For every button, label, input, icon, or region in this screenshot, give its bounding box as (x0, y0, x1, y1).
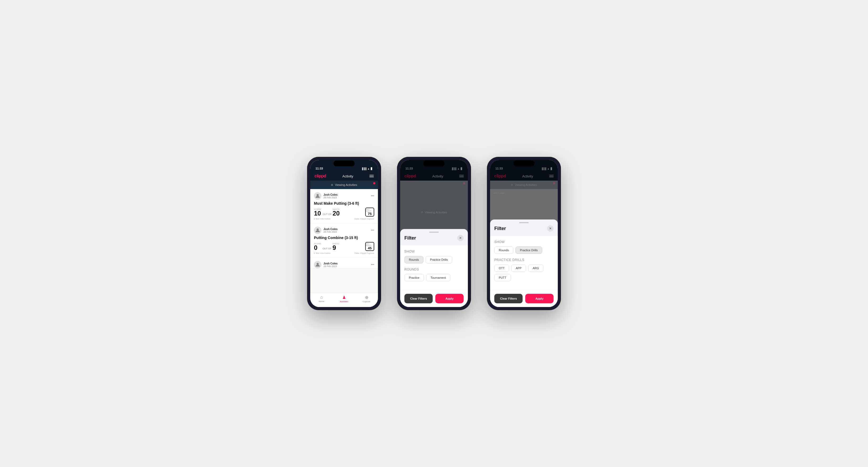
chip-rounds-3[interactable]: Rounds (494, 246, 513, 254)
test-info-1: ℹ Test Information (314, 218, 331, 220)
score-group-2: Score 0 (314, 243, 321, 251)
wifi-icon: ▲ (367, 167, 370, 170)
sq-label-2: Shot Quality (366, 243, 374, 246)
chip-tournament-2[interactable]: Tournament (426, 274, 451, 281)
avatar-1 (314, 192, 321, 200)
dynamic-island (334, 160, 355, 166)
activity-card-3[interactable]: Josh Coles 28 Feb 2023 ••• (310, 258, 378, 269)
nav-bar-1: clippd Activity (310, 172, 378, 181)
filter-header-2: Filter ✕ (400, 234, 468, 245)
chip-putt-3[interactable]: PUTT (494, 274, 511, 281)
shot-quality-2: Shot Quality 45 (365, 242, 374, 251)
apply-btn-2[interactable]: Apply (435, 294, 464, 303)
out-of-1: OUT OF (323, 213, 332, 216)
chip-practice-2[interactable]: Practice (404, 274, 424, 281)
test-info-2: ℹ Test Information (314, 252, 331, 254)
user-details-1: Josh Coles 28 Feb 2023 (323, 193, 338, 199)
apply-btn-3[interactable]: Apply (525, 294, 554, 303)
avatar-2 (314, 227, 321, 234)
home-icon-1: ⌂ (320, 295, 323, 300)
show-chips-2: Rounds Practice Drills (404, 256, 464, 263)
activity-header-2: Josh Coles 28 Feb 2023 ••• (314, 227, 374, 234)
filter-modal-2: Filter ✕ Show Rounds Practice Drills Rou… (400, 229, 468, 307)
chip-practice-drills-2[interactable]: Practice Drills (426, 256, 452, 263)
filter-footer-3: Clear Filters Apply (490, 290, 558, 307)
user-details-3: Josh Coles 28 Feb 2023 (323, 262, 338, 268)
activity-header-1: Josh Coles 28 Feb 2023 ••• (314, 192, 374, 200)
home-label-1: Home (319, 300, 324, 303)
activities-label-1: Activities (340, 301, 348, 303)
drills-chips-3: OTT APP ARG PUTT (494, 264, 554, 281)
filter-header-3: Filter ✕ (490, 224, 558, 236)
battery-icon: ▊ (371, 167, 373, 170)
sq-value-1: 75 (368, 212, 372, 216)
sq-label-1: Shot Quality (366, 209, 374, 212)
out-of-2: OUT OF (322, 247, 331, 250)
filter-modal-3: Filter ✕ Show Rounds Practice Drills Pra… (490, 219, 558, 307)
activity-header-3: Josh Coles 28 Feb 2023 ••• (314, 261, 374, 269)
capture-icon-1: ⊕ (365, 295, 368, 300)
tab-capture-1[interactable]: ⊕ Capture (355, 295, 378, 303)
svg-point-0 (317, 194, 319, 196)
logo-1: clippd (314, 174, 326, 179)
show-label-2: Show (404, 250, 464, 253)
activity-title-2: Putting Combine (3-15 ft) (314, 236, 374, 240)
more-dots-1[interactable]: ••• (371, 194, 374, 198)
avatar-3 (314, 261, 321, 269)
shot-quality-1: Shot Quality 75 (365, 208, 374, 217)
chip-practice-drills-3[interactable]: Practice Drills (516, 246, 542, 254)
activities-icon-1: ♟ (342, 295, 346, 300)
user-date-1: 28 Feb 2023 (323, 196, 338, 199)
activity-card-1[interactable]: Josh Coles 28 Feb 2023 ••• Must Make Put… (310, 189, 378, 223)
data-source-1: Data: Clippd Capture (354, 218, 374, 220)
dynamic-island-3 (513, 160, 534, 166)
chip-ott-3[interactable]: OTT (494, 264, 509, 272)
score-value-2: 0 (314, 245, 321, 251)
rounds-chips-2: Practice Tournament (404, 274, 464, 281)
more-dots-3[interactable]: ••• (371, 263, 374, 267)
notification-dot-1 (373, 182, 375, 184)
phone-3: 11:33 ▐▐▐ ▲ ▊ clippd Activity ⚙ Viewing … (487, 157, 561, 310)
activity-footer-1: ℹ Test Information Data: Clippd Capture (314, 218, 374, 220)
user-name-2: Josh Coles (323, 228, 338, 230)
drills-label-3: Practice Drills (494, 258, 554, 262)
hamburger-menu-1[interactable] (369, 175, 374, 178)
phone-1: 11:33 ▐▐▐ ▲ ▊ clippd Activity ⚙ Viewing … (307, 157, 381, 310)
filter-handle-bar-3 (519, 222, 529, 223)
user-name-3: Josh Coles (323, 262, 338, 265)
rounds-label-2: Rounds (404, 268, 464, 271)
more-dots-2[interactable]: ••• (371, 228, 374, 232)
tab-activities-1[interactable]: ♟ Activities (333, 295, 355, 303)
svg-point-1 (317, 228, 319, 230)
filter-title-2: Filter (404, 235, 416, 241)
info-icon-2: ℹ (314, 252, 315, 254)
user-name-1: Josh Coles (323, 193, 338, 196)
viewing-text-1: Viewing Activities (335, 183, 357, 186)
activity-footer-2: ℹ Test Information Data: Clippd Capture (314, 252, 374, 254)
clear-filters-btn-3[interactable]: Clear Filters (494, 294, 523, 303)
filter-handle-2 (400, 229, 468, 234)
chip-arg-3[interactable]: ARG (528, 264, 544, 272)
tab-home-1[interactable]: ⌂ Home (310, 295, 333, 303)
user-info-1: Josh Coles 28 Feb 2023 (314, 192, 338, 200)
shots-value-2: 9 (333, 245, 339, 251)
chip-app-3[interactable]: APP (511, 264, 526, 272)
activity-stats-1: Score 10 OUT OF Shots 20 Shot Quality 75 (314, 208, 374, 217)
filter-handle-bar-2 (429, 232, 439, 233)
filter-footer-2: Clear Filters Apply (400, 290, 468, 307)
viewing-bar-1[interactable]: ⚙ Viewing Activities (310, 181, 378, 189)
status-time-1: 11:33 (315, 167, 323, 170)
info-icon-1: ℹ (314, 218, 315, 220)
filter-close-2[interactable]: ✕ (457, 235, 464, 241)
activities-list-1: Josh Coles 28 Feb 2023 ••• Must Make Put… (310, 189, 378, 292)
filter-handle-3 (490, 219, 558, 224)
status-icons-1: ▐▐▐ ▲ ▊ (361, 167, 373, 170)
clear-filters-btn-2[interactable]: Clear Filters (404, 294, 433, 303)
shots-group-1: Shots 20 (333, 208, 340, 217)
chip-rounds-2[interactable]: Rounds (404, 256, 424, 263)
phone-1-screen: 11:33 ▐▐▐ ▲ ▊ clippd Activity ⚙ Viewing … (310, 160, 378, 307)
signal-icon: ▐▐▐ (361, 167, 366, 170)
filter-close-3[interactable]: ✕ (547, 225, 554, 232)
shots-group-2: Shots 9 (333, 243, 339, 251)
activity-card-2[interactable]: Josh Coles 28 Feb 2023 ••• Putting Combi… (310, 223, 378, 258)
